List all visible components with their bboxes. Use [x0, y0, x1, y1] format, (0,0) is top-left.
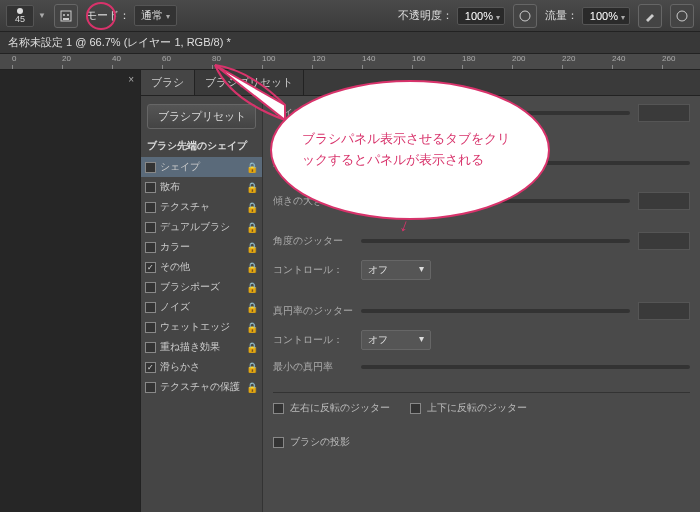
brush-tip-shape-header[interactable]: ブラシ先端のシェイプ	[141, 135, 262, 157]
brush-option-label: デュアルブラシ	[160, 220, 230, 234]
brush-option-row[interactable]: 重ね描き効果🔒	[141, 337, 262, 357]
brush-preset-button[interactable]: ブラシプリセット	[147, 104, 256, 129]
roundness-control-select[interactable]: オフ▾	[361, 330, 431, 350]
svg-point-1	[63, 14, 65, 16]
opacity-input[interactable]: 100% ▾	[457, 7, 505, 25]
brush-option-row[interactable]: ✓滑らかさ🔒	[141, 357, 262, 377]
flip-y-label: 上下に反転のジッター	[427, 401, 527, 415]
lock-icon[interactable]: 🔒	[246, 322, 258, 333]
angle-control-select[interactable]: オフ▾	[361, 260, 431, 280]
lock-icon[interactable]: 🔒	[246, 162, 258, 173]
flow-input[interactable]: 100% ▾	[582, 7, 630, 25]
brush-option-label: 重ね描き効果	[160, 340, 220, 354]
min-roundness-label: 最小の真円率	[273, 360, 353, 374]
brush-settings-area: サイズのジッター コントロール： 最小の直径 傾きの大きさ 角度のジッター コン…	[263, 96, 700, 512]
checkbox[interactable]	[145, 382, 156, 393]
size-jitter-label: サイズのジッター	[273, 106, 353, 120]
min-diameter-label: 最小の直径	[273, 156, 353, 170]
brush-option-label: テクスチャ	[160, 200, 210, 214]
checkbox[interactable]: ✓	[145, 362, 156, 373]
brush-option-row[interactable]: テクスチャ🔒	[141, 197, 262, 217]
lock-icon[interactable]: 🔒	[246, 382, 258, 393]
ruler-tick: 40	[112, 54, 121, 63]
brush-panel-toggle-icon[interactable]	[54, 4, 78, 28]
tilt-scale-slider[interactable]	[361, 199, 630, 203]
roundness-jitter-value[interactable]	[638, 302, 690, 320]
angle-jitter-value[interactable]	[638, 232, 690, 250]
flip-x-label: 左右に反転のジッター	[290, 401, 390, 415]
lock-icon[interactable]: 🔒	[246, 202, 258, 213]
tilt-scale-value[interactable]	[638, 192, 690, 210]
brush-option-label: 滑らかさ	[160, 360, 200, 374]
document-tab[interactable]: 名称未設定 1 @ 66.7% (レイヤー 1, RGB/8) *	[0, 32, 700, 54]
ruler-tick: 80	[212, 54, 221, 63]
tab-brush-presets[interactable]: ブラシプリセット	[195, 70, 304, 95]
angle-jitter-label: 角度のジッター	[273, 234, 353, 248]
checkbox[interactable]	[145, 282, 156, 293]
checkbox[interactable]	[145, 302, 156, 313]
brush-option-label: 散布	[160, 180, 180, 194]
projection-checkbox[interactable]	[273, 437, 284, 448]
brush-option-row[interactable]: ✓その他🔒	[141, 257, 262, 277]
airbrush-icon[interactable]	[638, 4, 662, 28]
lock-icon[interactable]: 🔒	[246, 242, 258, 253]
checkbox[interactable]	[145, 242, 156, 253]
checkbox[interactable]	[145, 322, 156, 333]
brush-option-label: ブラシポーズ	[160, 280, 220, 294]
lock-icon[interactable]: 🔒	[246, 182, 258, 193]
ruler-tick: 120	[312, 54, 325, 63]
brush-option-label: ノイズ	[160, 300, 190, 314]
ruler-tick: 140	[362, 54, 375, 63]
brush-option-row[interactable]: ブラシポーズ🔒	[141, 277, 262, 297]
lock-icon[interactable]: 🔒	[246, 282, 258, 293]
blend-mode-select[interactable]: 通常 ▾	[134, 5, 177, 26]
brush-option-row[interactable]: カラー🔒	[141, 237, 262, 257]
brush-option-label: テクスチャの保護	[160, 380, 240, 394]
brush-option-row[interactable]: テクスチャの保護🔒	[141, 377, 262, 397]
brush-option-label: ウェットエッジ	[160, 320, 230, 334]
control-label-2: コントロール：	[273, 263, 353, 277]
size-jitter-slider[interactable]	[361, 111, 630, 115]
projection-label: ブラシの投影	[290, 435, 350, 449]
opacity-label: 不透明度：	[398, 8, 453, 23]
roundness-jitter-slider[interactable]	[361, 309, 630, 313]
brush-option-row[interactable]: ウェットエッジ🔒	[141, 317, 262, 337]
canvas[interactable]: ×	[0, 70, 140, 512]
min-diameter-slider[interactable]	[361, 161, 690, 165]
brush-option-label: その他	[160, 260, 190, 274]
lock-icon[interactable]: 🔒	[246, 302, 258, 313]
svg-point-4	[520, 11, 530, 21]
brush-size-picker[interactable]: 45	[6, 5, 34, 27]
checkbox[interactable]: ✓	[145, 262, 156, 273]
brush-option-label: カラー	[160, 240, 190, 254]
brush-option-row[interactable]: 散布🔒	[141, 177, 262, 197]
control-label-1: コントロール：	[273, 132, 353, 146]
flip-y-checkbox[interactable]	[410, 403, 421, 414]
flip-x-checkbox[interactable]	[273, 403, 284, 414]
brush-option-label: シェイプ	[160, 160, 200, 174]
close-icon[interactable]: ×	[128, 74, 134, 85]
tab-brush[interactable]: ブラシ	[141, 70, 195, 95]
checkbox[interactable]	[145, 222, 156, 233]
lock-icon[interactable]: 🔒	[246, 342, 258, 353]
chevron-down-icon[interactable]: ▼	[38, 11, 46, 20]
lock-icon[interactable]: 🔒	[246, 262, 258, 273]
ruler-tick: 60	[162, 54, 171, 63]
checkbox[interactable]	[145, 342, 156, 353]
brush-option-row[interactable]: シェイプ🔒	[141, 157, 262, 177]
lock-icon[interactable]: 🔒	[246, 222, 258, 233]
checkbox[interactable]	[145, 202, 156, 213]
pressure-opacity-icon[interactable]	[513, 4, 537, 28]
options-bar: 45 ▼ モード： 通常 ▾ 不透明度： 100% ▾ 流量： 100% ▾	[0, 0, 700, 32]
checkbox[interactable]	[145, 162, 156, 173]
mode-label: モード：	[86, 8, 130, 23]
pressure-size-icon[interactable]	[670, 4, 694, 28]
brush-option-row[interactable]: ノイズ🔒	[141, 297, 262, 317]
angle-jitter-slider[interactable]	[361, 239, 630, 243]
size-jitter-value[interactable]	[638, 104, 690, 122]
flow-label: 流量：	[545, 8, 578, 23]
brush-option-row[interactable]: デュアルブラシ🔒	[141, 217, 262, 237]
checkbox[interactable]	[145, 182, 156, 193]
lock-icon[interactable]: 🔒	[246, 362, 258, 373]
min-roundness-slider[interactable]	[361, 365, 690, 369]
